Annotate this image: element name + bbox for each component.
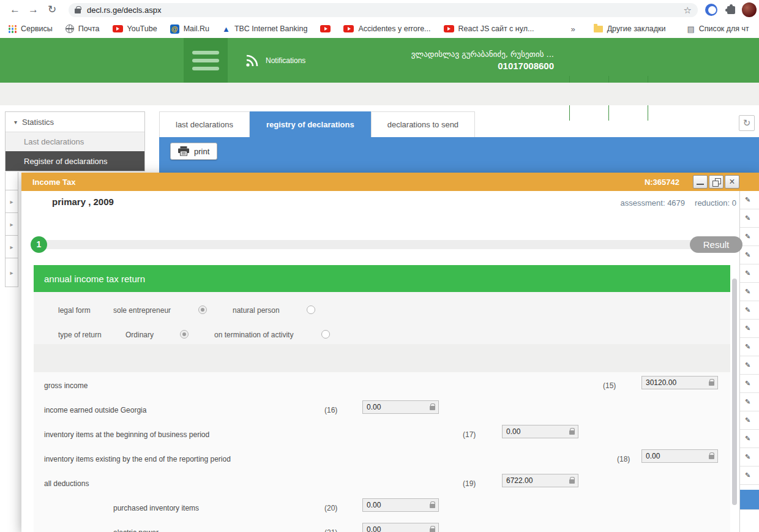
radio-natural-person[interactable] [307, 305, 315, 314]
radio-ordinary[interactable] [180, 330, 189, 339]
refresh-icon: ↻ [743, 118, 751, 128]
fields-section: gross income (15) income earned outside … [34, 372, 730, 532]
lock-icon [430, 406, 435, 410]
field-code: (16) [324, 406, 337, 414]
field-label: electric power [113, 528, 159, 532]
bookmark-tbc[interactable]: ▲ TBC Internet Banking [222, 24, 307, 33]
bookmark-mailru[interactable]: @ Mail.Ru [170, 24, 209, 34]
bookmark-label: Список для чт [699, 24, 749, 33]
close-button[interactable]: × [725, 175, 739, 189]
radio-option-label: natural person [233, 306, 280, 315]
tab-label: declarations to send [387, 120, 458, 129]
lock-icon [709, 455, 714, 459]
tab-last-declarations[interactable]: last declarations [159, 111, 250, 137]
field-code: (20) [324, 504, 337, 512]
field-row: inventory items at the beginning of busi… [34, 422, 730, 447]
hamburger-menu-button[interactable] [184, 38, 228, 83]
bookmark-label: React JS сайт с нул... [458, 24, 534, 33]
radio-row-label: legal form [58, 306, 91, 315]
sidebar-item-last-declarations[interactable]: Last declarations [6, 132, 144, 151]
lock-icon [709, 381, 714, 386]
field-input[interactable] [362, 498, 439, 512]
modal-scrollbar-thumb[interactable] [732, 279, 737, 505]
field-label: purchased inventory items [113, 504, 199, 512]
bookmarks-bar: Сервисы Почта YouTube @ Mail.Ru ▲ TBC In… [0, 20, 759, 38]
sidebar-collapsed-item[interactable]: ▸ [5, 236, 18, 258]
field-row: purchased inventory items (20) [34, 496, 730, 520]
url-text[interactable]: decl.rs.ge/decls.aspx [87, 6, 684, 15]
bookmark-youtube-unnamed[interactable] [320, 25, 331, 32]
notifications-icon [245, 53, 260, 68]
bookmark-label: TBC Internet Banking [234, 24, 308, 33]
print-button[interactable]: print [170, 143, 217, 160]
field-input[interactable] [502, 425, 578, 438]
profile-avatar[interactable] [742, 2, 757, 17]
back-icon[interactable]: ← [10, 0, 20, 20]
assessment-summary: assessment: 4679 reduction: 0 [621, 198, 736, 208]
form-banner: annual income tax return [34, 265, 730, 292]
sidebar-collapsed-item[interactable]: ▸ [5, 213, 18, 236]
chevron-down-icon: ▾ [14, 119, 17, 126]
sidebar-collapsed-strip: ▸ ▸ ▸ ▸ [5, 172, 18, 287]
lock-icon [569, 479, 575, 484]
notifications-label: Notifications [266, 56, 305, 65]
bookmark-services[interactable]: Сервисы [9, 24, 53, 33]
screen: ← → ↻ decl.rs.ge/decls.aspx ☆ Сервисы По… [0, 0, 759, 532]
assessment-value: assessment: 4679 [621, 198, 686, 208]
lock-icon [75, 9, 81, 13]
field-input[interactable] [641, 449, 718, 463]
bookmark-star-icon[interactable]: ☆ [684, 5, 692, 16]
sidebar-collapsed-item[interactable] [5, 172, 18, 190]
radio-row-label: type of return [58, 331, 102, 339]
minimize-button[interactable] [693, 175, 708, 189]
declaration-number: N:365742 [645, 178, 679, 187]
field-row: inventory items existing by the end of t… [34, 447, 730, 471]
browser-extension-icon[interactable] [705, 4, 717, 16]
field-input[interactable] [362, 523, 439, 532]
youtube-icon [320, 25, 331, 32]
field-input[interactable] [641, 376, 718, 389]
reload-icon[interactable]: ↻ [48, 0, 56, 20]
sidebar-collapsed-item[interactable]: ▸ [5, 190, 18, 213]
sidebar-item-register-of-declarations[interactable]: Register of declarations [6, 151, 144, 171]
field-row: all deductions (19) [34, 471, 730, 496]
reduction-value: reduction: 0 [695, 198, 736, 208]
bookmark-other-bookmarks[interactable]: Другие закладки [594, 24, 666, 33]
radio-on-termination[interactable] [321, 330, 330, 339]
youtube-icon [444, 25, 454, 32]
tab-registry-of-declarations[interactable]: registry of declarations [250, 111, 371, 137]
bookmark-youtube[interactable]: YouTube [113, 24, 157, 33]
field-row: gross income (15) [34, 373, 730, 398]
chevron-right-icon: ▸ [10, 244, 13, 250]
field-code: (15) [603, 381, 616, 390]
field-input[interactable] [502, 474, 578, 487]
bookmarks-overflow-icon[interactable]: » [570, 24, 575, 34]
tbc-triangle-icon: ▲ [222, 25, 230, 33]
chevron-right-icon: ▸ [10, 269, 13, 276]
field-code: (19) [463, 479, 476, 488]
sidebar-collapsed-item[interactable]: ▸ [5, 258, 18, 287]
bookmark-reading-list[interactable]: ▤ Список для чт [687, 24, 749, 34]
breadcrumb-bar: Main » Declarations Session ends in:59:4… [0, 83, 759, 105]
extensions-puzzle-icon[interactable] [727, 6, 735, 14]
sidebar-item-label: Last declarations [24, 137, 84, 146]
bookmark-mail[interactable]: Почта [65, 24, 100, 33]
url-bar[interactable]: decl.rs.ge/decls.aspx ☆ [69, 3, 698, 17]
notifications-button[interactable]: Notifications [245, 38, 305, 83]
bookmark-label: Другие закладки [607, 24, 666, 33]
radio-sole-entrepreneur[interactable] [198, 305, 207, 314]
restore-button[interactable] [709, 175, 723, 189]
bookmark-accidentes[interactable]: Accidentes y errore... [343, 24, 430, 33]
bookmark-reactjs[interactable]: React JS сайт с нул... [444, 24, 534, 33]
sidebar-group-label: Statistics [22, 118, 54, 127]
forward-icon[interactable]: → [28, 0, 39, 20]
modal-title: Income Tax [32, 178, 76, 187]
reading-list-icon: ▤ [687, 24, 694, 34]
tab-declarations-to-send[interactable]: declarations to send [371, 111, 475, 137]
refresh-button[interactable]: ↻ [739, 115, 755, 131]
result-button[interactable]: Result [690, 236, 742, 253]
sidebar-group-statistics[interactable]: ▾ Statistics [6, 112, 144, 132]
field-input[interactable] [362, 400, 439, 414]
bookmark-label: YouTube [127, 24, 157, 33]
user-info: ვლადისლავ გურაბანიძე, რუსეთის ... 010170… [392, 38, 554, 83]
